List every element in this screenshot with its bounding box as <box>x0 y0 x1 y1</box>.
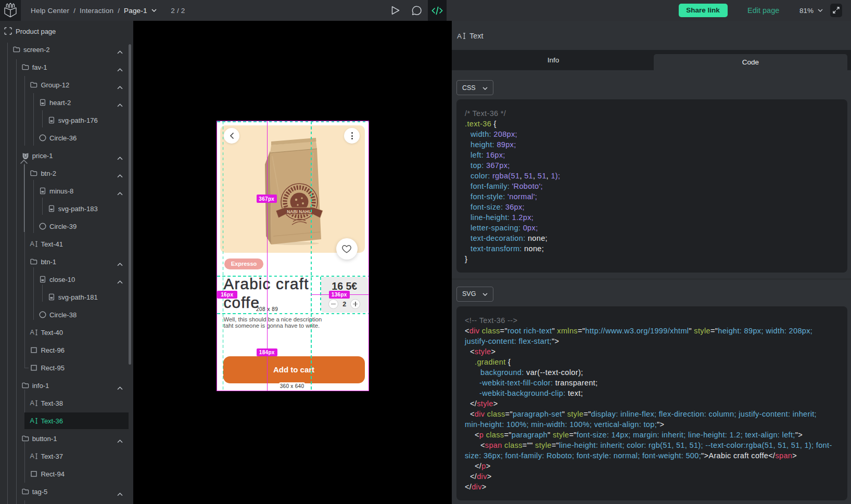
svg-text:A: A <box>30 417 35 424</box>
svg-text:A: A <box>30 399 35 407</box>
svg-text:A: A <box>30 453 35 460</box>
svg-text:A: A <box>30 240 35 248</box>
svg-text:NABI NAHU: NABI NAHU <box>287 209 312 214</box>
svg-text:A: A <box>457 32 462 40</box>
svg-text:A: A <box>30 329 35 336</box>
